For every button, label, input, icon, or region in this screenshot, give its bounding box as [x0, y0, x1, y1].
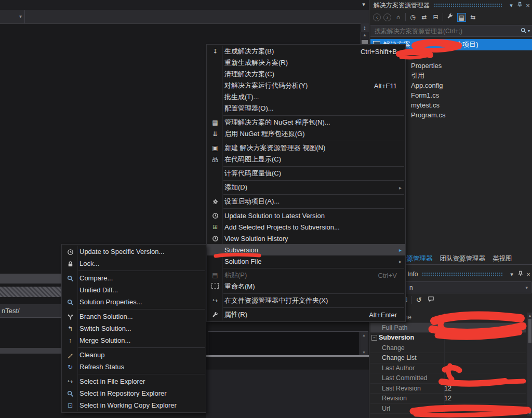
back-icon[interactable]: ‹: [373, 14, 381, 21]
solution-explorer-titlebar[interactable]: 解决方案资源管理器 ▾ ×: [369, 0, 532, 10]
scroll-up-icon[interactable]: ▲: [527, 314, 532, 317]
menu-separator: [223, 293, 404, 294]
submenu-arrow-icon: ▸: [399, 259, 402, 264]
menu-item-enable-nuget-restore[interactable]: ⇊启用 NuGet 程序包还原(G): [207, 128, 405, 140]
menu-item-view-solution-history[interactable]: View Solution History: [207, 233, 405, 244]
properties-wrench-icon[interactable]: [446, 13, 455, 22]
menu-item-calculate-code-metrics[interactable]: 计算代码度量值(C): [207, 168, 405, 179]
grid-scrollbar[interactable]: ▲ ▼: [527, 313, 532, 416]
repository-explorer-icon: [64, 389, 76, 397]
comment-icon[interactable]: [427, 295, 435, 304]
toolbar-overflow-icon[interactable]: ▾: [360, 1, 368, 8]
rename-icon: [209, 283, 221, 290]
close-icon[interactable]: ×: [524, 2, 532, 9]
window-position-icon[interactable]: ▾: [508, 271, 516, 278]
scroll-down-icon[interactable]: ▼: [360, 350, 368, 354]
menu-item-solution-file[interactable]: Solution File▸: [207, 255, 405, 267]
refresh-icon[interactable]: ⇄: [420, 13, 429, 22]
history-icon[interactable]: ↺: [415, 295, 423, 304]
menu-item-compare[interactable]: Compare...: [62, 272, 206, 284]
titlebar-grip: [434, 3, 503, 8]
search-box[interactable]: ▾: [370, 25, 532, 37]
property-group-subversion[interactable]: −Subversion: [370, 333, 526, 343]
paste-icon: ▤: [209, 272, 221, 279]
toolbar-separator: [405, 13, 406, 21]
menu-item-update-solution-latest[interactable]: Update Solution to Latest Version: [207, 210, 405, 221]
menu-item-batch-build[interactable]: 批生成(T)...: [207, 91, 405, 103]
gear-icon: [209, 198, 221, 205]
collapse-group-icon[interactable]: −: [371, 335, 377, 341]
pending-changes-filter-icon[interactable]: ◷: [408, 13, 417, 22]
property-label: Change List: [370, 354, 417, 361]
menu-item-rebuild-solution[interactable]: 重新生成解决方案(R): [207, 57, 405, 69]
menu-item-rename[interactable]: 重命名(M): [207, 281, 405, 292]
submenu-arrow-icon: ▸: [399, 247, 402, 253]
menu-item-subversion[interactable]: Subversion▸: [207, 244, 405, 255]
menu-item-refresh-status[interactable]: ↻Refresh Status: [62, 361, 206, 373]
menu-item-run-code-analysis[interactable]: 对解决方案运行代码分析(Y)Alt+F11: [207, 80, 405, 91]
search-icon[interactable]: [521, 26, 527, 36]
menu-item-select-in-working-copy-explorer[interactable]: ⊡Select in Working Copy Explorer: [62, 399, 206, 411]
menu-item-clean-solution[interactable]: 清理解决方案(C): [207, 69, 405, 80]
pin-icon[interactable]: [515, 2, 524, 9]
menu-item-branch-solution[interactable]: Branch Solution...: [62, 311, 206, 322]
property-row-last-author[interactable]: Last Author: [370, 363, 526, 374]
scroll-down-icon[interactable]: ▼: [527, 411, 532, 415]
pin-icon[interactable]: [516, 271, 524, 278]
menu-item-build-solution[interactable]: ↧生成解决方案(B)Ctrl+Shift+B: [207, 46, 405, 57]
editor-tab-strip: [0, 0, 369, 10]
property-row-change[interactable]: Change: [370, 343, 526, 354]
menu-item-solution-properties[interactable]: Solution Properties...: [62, 296, 206, 308]
property-row-last-revision[interactable]: Last Revision12: [370, 384, 526, 394]
split-window-grip[interactable]: ↕: [361, 23, 369, 32]
search-input[interactable]: [370, 27, 521, 35]
home-icon[interactable]: ⌂: [394, 13, 403, 22]
menu-item-cleanup[interactable]: Cleanup: [62, 349, 206, 361]
menu-item-select-in-repository-explorer[interactable]: Select in Repository Explorer: [62, 387, 206, 399]
property-row-url[interactable]: Url: [370, 404, 526, 414]
sync-with-active-document-icon[interactable]: ⇆: [469, 13, 477, 22]
menu-item-add-projects-to-subversion[interactable]: ⊞Add Selected Projects to Subversion...: [207, 221, 405, 233]
menu-item-merge-solution[interactable]: ↑Merge Solution...: [62, 334, 206, 346]
menu-item-manage-nuget[interactable]: ▦管理解决方案的 NuGet 程序包(N)...: [207, 117, 405, 128]
open-in-explorer-icon: ↪: [209, 297, 221, 304]
property-row-full-path[interactable]: Full Path: [370, 323, 526, 333]
menu-separator: [78, 309, 205, 309]
forward-icon[interactable]: ›: [383, 14, 391, 21]
menu-item-unified-diff[interactable]: Unified Diff...: [62, 284, 206, 296]
scroll-up-icon[interactable]: ▲: [360, 333, 368, 337]
menu-item-update-to-specific-version[interactable]: Update to Specific Version...: [62, 246, 206, 258]
menu-item-set-startup-projects[interactable]: 设置启动项目(A)...: [207, 196, 405, 207]
merge-icon: ↑: [64, 337, 76, 344]
property-label: Change: [370, 344, 405, 352]
collapse-all-icon[interactable]: ⊟: [431, 13, 440, 22]
navigation-dropdown[interactable]: ▾: [0, 10, 25, 23]
property-value: 12: [444, 395, 451, 402]
background-scrollbar[interactable]: ▲ ▼: [360, 331, 368, 356]
close-icon[interactable]: ×: [524, 271, 532, 278]
menu-item-select-in-file-explorer[interactable]: ↪Select in File Explorer: [62, 375, 206, 387]
menu-item-configuration-manager[interactable]: 配置管理器(O)...: [207, 103, 405, 114]
tab-class-view[interactable]: 类视图: [489, 254, 516, 263]
menu-separator: [223, 307, 404, 308]
menu-item-open-folder-in-file-explorer[interactable]: ↪在文件资源管理器中打开文件夹(X): [207, 295, 405, 306]
property-row-change-list[interactable]: Change List: [370, 353, 526, 363]
menu-item-switch-solution[interactable]: ↰Switch Solution...: [62, 322, 206, 334]
menu-item-lock[interactable]: Lock...: [62, 258, 206, 269]
show-all-files-icon[interactable]: ▤: [457, 13, 466, 22]
property-row-last-committed[interactable]: Last Committed: [370, 373, 526, 384]
menu-item-show-on-code-map[interactable]: 品在代码图上显示(C): [207, 154, 405, 165]
scroll-up-icon[interactable]: ▲: [361, 33, 369, 39]
menu-item-properties[interactable]: 属性(R)Alt+Enter: [207, 309, 405, 320]
menu-item-add[interactable]: 添加(D)▸: [207, 182, 405, 193]
menu-item-paste[interactable]: ▤粘贴(P)Ctrl+V: [207, 269, 405, 281]
scrollbar-thumb[interactable]: [528, 319, 531, 343]
chevron-down-icon: ▾: [19, 14, 22, 19]
window-position-icon[interactable]: ▾: [507, 2, 515, 9]
chevron-down-icon[interactable]: ▾: [528, 29, 530, 33]
submenu-arrow-icon: ▸: [399, 185, 402, 191]
property-row-revision[interactable]: Revision12: [370, 394, 526, 404]
tab-team-explorer[interactable]: 团队资源管理器: [436, 254, 489, 263]
add-to-subversion-icon: ⊞: [209, 223, 221, 231]
menu-item-new-solution-explorer-view[interactable]: ▣新建 解决方案资源管理器 视图(N): [207, 142, 405, 154]
